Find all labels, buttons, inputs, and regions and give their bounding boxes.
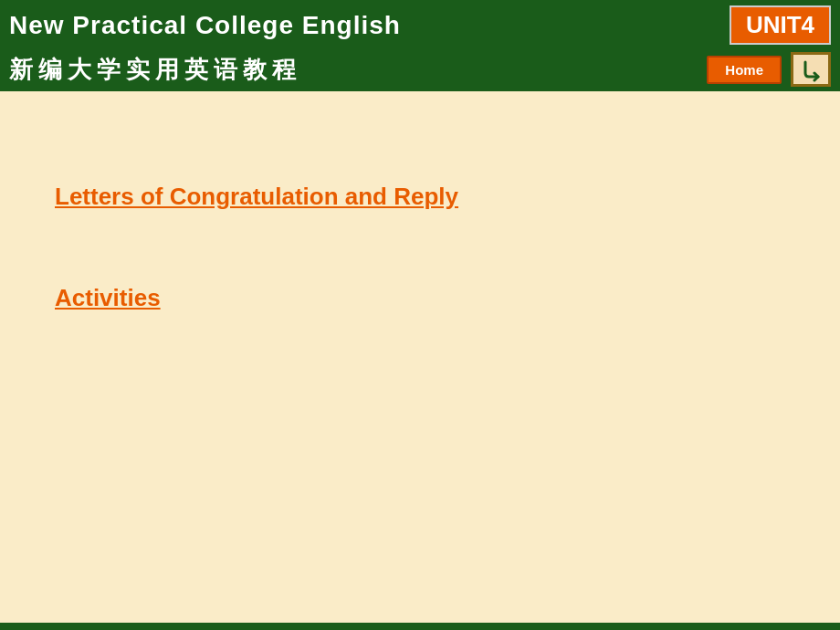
header: New Practical College English UNIT4 新编大学…	[0, 0, 840, 91]
nav-icon-button[interactable]	[791, 52, 831, 87]
activities-link[interactable]: Activities	[55, 284, 785, 312]
back-icon	[798, 57, 824, 82]
nav-home-area: Home	[707, 52, 831, 87]
bottom-bar	[0, 623, 840, 630]
main-content: Letters of Congratulation and Reply Acti…	[0, 91, 840, 623]
chinese-row: 新编大学实用英语教程 Home	[0, 48, 840, 90]
title-row: New Practical College English UNIT4	[0, 0, 840, 48]
chinese-title: 新编大学实用英语教程	[9, 54, 301, 86]
english-title: New Practical College English	[9, 11, 401, 40]
letters-link[interactable]: Letters of Congratulation and Reply	[55, 183, 785, 211]
unit-badge: UNIT4	[730, 5, 831, 45]
home-button[interactable]: Home	[707, 56, 782, 84]
